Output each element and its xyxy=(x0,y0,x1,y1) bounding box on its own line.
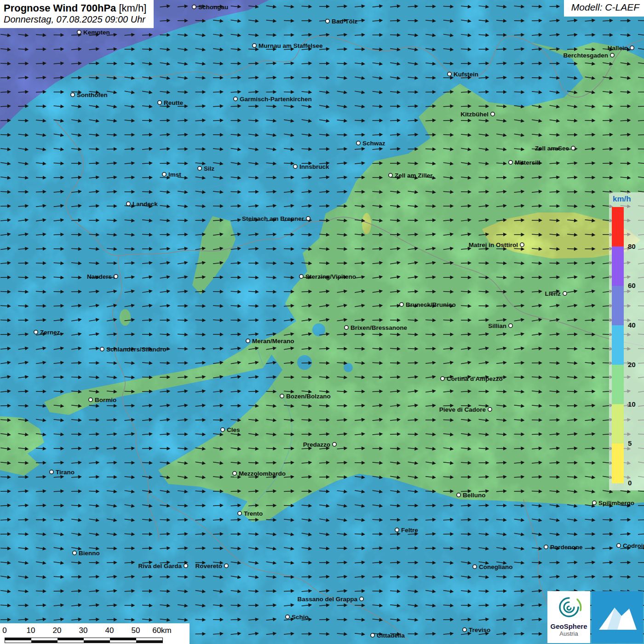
city: Pieve di Cadore xyxy=(439,406,492,413)
city-marker xyxy=(333,443,336,446)
legend-tick-label: 40 xyxy=(628,321,636,329)
scale-label: 0 xyxy=(2,626,6,635)
mountain-icon xyxy=(592,591,643,643)
city-marker xyxy=(233,472,236,475)
city-marker xyxy=(360,597,363,601)
city-label: Rovereto xyxy=(195,563,222,569)
city-label: Hallein xyxy=(608,45,628,52)
city-marker xyxy=(198,167,201,170)
city-marker xyxy=(162,172,166,176)
city: Bassano del Grappa xyxy=(297,596,363,603)
city: Brixen/Bressanone xyxy=(345,324,408,331)
city-label: Schwaz xyxy=(362,140,385,147)
page-title: Prognose Wind 700hPa [km/h] xyxy=(4,2,146,14)
city: Cortina d'Ampezzo xyxy=(441,375,503,382)
city-label: Reutte xyxy=(164,99,183,106)
city-marker xyxy=(234,97,237,101)
city-label: Zell am Ziller xyxy=(395,172,433,179)
title-unit: [km/h] xyxy=(116,2,146,14)
city: Matrei in Osttirol xyxy=(469,242,524,248)
city-marker xyxy=(389,173,392,177)
city: Zell am Ziller xyxy=(389,172,433,179)
city-label: Kempten xyxy=(83,29,110,36)
title-main: Prognose Wind 700hPa xyxy=(4,2,116,14)
city-label: Treviso xyxy=(469,627,490,633)
city-marker xyxy=(371,633,374,637)
legend-tick-label: 80 xyxy=(628,242,636,250)
scale-bar: 0102030405060km xyxy=(0,623,190,644)
city-marker xyxy=(50,470,53,474)
city-marker xyxy=(73,551,76,555)
city-label: Sillian xyxy=(488,322,506,329)
city-label: Cortina d'Ampezzo xyxy=(447,375,503,382)
city-label: Tirano xyxy=(56,469,75,476)
scale-segment xyxy=(31,640,58,643)
city: Garmisch-Partenkirchen xyxy=(234,96,312,103)
city-marker xyxy=(610,53,614,57)
city-label: Mittersill xyxy=(515,159,540,166)
city: Steinach am Brenner xyxy=(242,215,310,222)
geosphere-swirl-icon xyxy=(555,595,583,620)
city: Murnau am Staffelsee xyxy=(253,42,323,49)
city-label: Steinach am Brenner xyxy=(242,215,305,222)
scale-label: 10 xyxy=(27,626,35,635)
legend-tick-label: 60 xyxy=(628,282,636,289)
city-marker xyxy=(221,428,224,431)
city-label: Sterzing/Vipiteno xyxy=(305,273,356,280)
geosphere-logo: GeoSphere Austria xyxy=(547,591,590,643)
city-label: Cittadella xyxy=(377,632,405,639)
legend-color-segment xyxy=(612,207,624,247)
city-label: Spilimbergo xyxy=(598,500,634,506)
city-marker xyxy=(441,377,444,380)
city-label: Bozen/Bolzano xyxy=(286,393,331,400)
city-label: Garmisch-Partenkirchen xyxy=(240,96,312,103)
city-marker xyxy=(89,398,92,402)
city-label: Kufstein xyxy=(454,71,478,78)
city-label: Bienno xyxy=(79,550,100,557)
legend-tick-label: 10 xyxy=(628,400,636,408)
city-marker xyxy=(617,544,621,547)
city-marker xyxy=(293,165,297,168)
city-marker xyxy=(400,303,403,306)
city-marker xyxy=(491,112,494,116)
legend-color-segment xyxy=(612,247,624,286)
city-marker xyxy=(34,330,38,334)
city-marker xyxy=(184,564,188,568)
city-label: Innsbruck xyxy=(299,163,329,170)
city-label: Brixen/Bressanone xyxy=(351,324,408,331)
city-marker xyxy=(306,217,310,220)
city-marker xyxy=(238,512,242,515)
legend-color-segment xyxy=(612,365,624,404)
city: Bruneck/Brunico xyxy=(400,301,456,308)
city-label: Zernez xyxy=(40,329,60,336)
city-label: Silz xyxy=(204,165,215,172)
city-marker xyxy=(395,528,399,532)
city-marker xyxy=(158,101,161,104)
city-label: Mezzolombardo xyxy=(239,470,286,477)
scale-segment xyxy=(136,640,162,643)
map-canvas: km/h806040201050 SchongauBad TölzKempten… xyxy=(0,0,644,644)
city-marker xyxy=(488,408,492,411)
city-marker xyxy=(246,339,250,343)
city-label: Sonthofen xyxy=(77,92,108,98)
city: Bozen/Bolzano xyxy=(280,393,331,400)
city-label: Matrei in Osttirol xyxy=(469,242,518,248)
city: Sterzing/Vipiteno xyxy=(299,273,356,280)
scale-segment xyxy=(58,640,84,643)
city-marker xyxy=(192,5,196,9)
city-label: Pieve di Cadore xyxy=(439,406,486,413)
title-box: Prognose Wind 700hPa [km/h] Donnerstag, … xyxy=(0,0,154,28)
city-label: Meran/Merano xyxy=(252,338,294,345)
scale-bar-ruler xyxy=(5,638,163,643)
city-marker xyxy=(457,493,460,497)
city-marker xyxy=(592,501,596,505)
city-label: Belluno xyxy=(463,492,486,499)
city-marker xyxy=(345,326,348,329)
scale-label: 60km xyxy=(152,626,172,635)
scale-label: 40 xyxy=(105,626,114,635)
city-marker xyxy=(448,72,451,76)
city-marker xyxy=(100,347,104,351)
city-marker xyxy=(563,292,567,295)
city-marker xyxy=(71,93,75,97)
city-label: Schlanders/Silandro xyxy=(106,346,167,353)
